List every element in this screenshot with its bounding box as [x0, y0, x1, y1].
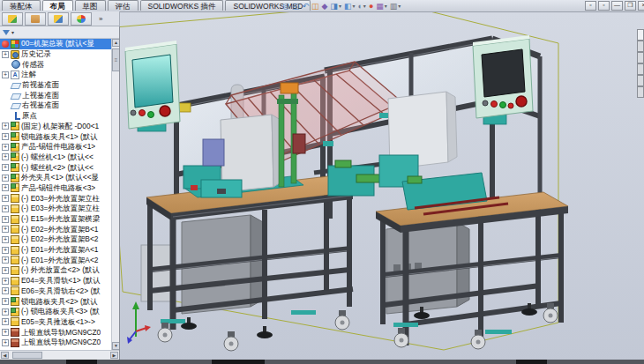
- display-style-button[interactable]: ◧▾: [344, 2, 356, 11]
- expand-toggle-icon[interactable]: +: [2, 329, 9, 336]
- tree-item-15[interactable]: +(-) E03=外壳放置架立柱: [0, 193, 111, 204]
- doc-restore-button[interactable]: ▫: [585, 1, 596, 11]
- tree-item-3[interactable]: +A注解: [0, 70, 111, 80]
- expand-toggle-icon[interactable]: +: [2, 256, 9, 264]
- expand-toggle-icon[interactable]: +: [2, 287, 9, 294]
- tree-item-20[interactable]: +(-) E01=外壳放置架A<1: [0, 245, 111, 256]
- tree-item-4[interactable]: 前视基准面: [0, 80, 111, 91]
- red-button[interactable]: [139, 110, 146, 116]
- right-hmi-panel[interactable]: [473, 35, 533, 124]
- knob[interactable]: [483, 100, 488, 106]
- tree-item-2[interactable]: 传感器: [0, 59, 111, 70]
- tree-item-14[interactable]: +产品-锡钮件电路板<3>: [0, 183, 111, 194]
- task-pane-tab-1[interactable]: [637, 41, 644, 52]
- ribbon-tab-3[interactable]: 评估: [108, 0, 139, 11]
- tree-item-19[interactable]: +(-) E02=外壳放置架B<2: [0, 234, 111, 245]
- expand-toggle-icon[interactable]: +: [2, 123, 9, 130]
- task-pane-tab-0[interactable]: [637, 29, 644, 41]
- tree-item-13[interactable]: +外壳夹具<1> (默认<<显: [0, 173, 111, 183]
- hide-show-items-button[interactable]: ◐▾: [357, 2, 365, 11]
- task-pane-tab-4[interactable]: [637, 75, 644, 86]
- expand-toggle-icon[interactable]: +: [2, 216, 9, 223]
- green-button[interactable]: [500, 102, 506, 108]
- tree-item-10[interactable]: +产品-锡钮件电路板<1>: [0, 142, 111, 152]
- expand-toggle-icon[interactable]: +: [2, 267, 9, 274]
- doc-window-button[interactable]: ▫: [598, 1, 610, 11]
- emergency-stop-button[interactable]: [516, 96, 527, 107]
- knob[interactable]: [131, 110, 136, 115]
- zoom-to-fit-button[interactable]: ◎: [282, 2, 289, 11]
- chevron-down-icon[interactable]: ▾: [385, 2, 387, 11]
- task-pane-tab-5[interactable]: [637, 86, 644, 98]
- expand-toggle-icon[interactable]: +: [2, 164, 9, 171]
- close-button[interactable]: ×: [638, 1, 644, 11]
- tree-vertical-scrollbar[interactable]: ▲ ▼: [111, 39, 119, 350]
- red-button[interactable]: [508, 103, 513, 108]
- vertical-scroll-thumb[interactable]: [112, 48, 119, 71]
- expand-toggle-icon[interactable]: +: [2, 318, 9, 325]
- tree-item-5[interactable]: 上视基准面: [0, 90, 111, 100]
- ribbon-tab-2[interactable]: 草图: [75, 0, 106, 11]
- ribbon-tab-1[interactable]: 布局: [42, 0, 73, 11]
- expand-toggle-icon[interactable]: +: [2, 175, 9, 182]
- tree-item-24[interactable]: +E06=夹具滑轨右<2> (默: [0, 286, 111, 297]
- scroll-right-button[interactable]: ▶: [110, 352, 118, 359]
- tree-item-0[interactable]: 00=机架总装 (默认<显: [0, 39, 111, 49]
- task-pane-tab-2[interactable]: [637, 52, 644, 63]
- chevron-down-icon[interactable]: ▾: [339, 2, 341, 11]
- expand-toggle-icon[interactable]: +: [2, 278, 9, 285]
- edit-appearance-button[interactable]: ●: [369, 2, 373, 11]
- expand-toggle-icon[interactable]: +: [2, 205, 9, 212]
- tree-item-28[interactable]: +上银直线导轨MGN9CZ0: [0, 327, 111, 338]
- expand-toggle-icon[interactable]: +: [2, 226, 9, 233]
- scroll-up-button[interactable]: ▲: [112, 39, 119, 47]
- annotation-view-button[interactable]: ◆: [321, 2, 327, 11]
- tree-item-6[interactable]: 右视基准面: [0, 100, 111, 111]
- red-button[interactable]: [491, 101, 498, 108]
- expand-toggle-icon[interactable]: +: [2, 339, 9, 346]
- ribbon-tab-4[interactable]: SOLIDWORKS 插件: [140, 0, 224, 11]
- chevron-down-icon[interactable]: ▾: [398, 2, 401, 11]
- tree-horizontal-scrollbar[interactable]: ◀ ▶: [0, 350, 119, 360]
- toolbar-overflow-button[interactable]: »: [99, 15, 102, 23]
- expand-toggle-icon[interactable]: +: [2, 51, 9, 58]
- section-view-button[interactable]: ◫: [311, 2, 319, 11]
- view-orientation-button[interactable]: ◨▾: [330, 2, 341, 11]
- chevron-down-icon[interactable]: ▾: [363, 2, 366, 11]
- minimize-button[interactable]: —: [611, 1, 623, 11]
- tree-item-22[interactable]: +(-) 外壳放置盒<2> (默认: [0, 265, 111, 276]
- expand-toggle-icon[interactable]: +: [2, 184, 9, 191]
- horizontal-scroll-thumb[interactable]: [12, 352, 42, 359]
- expand-toggle-icon[interactable]: +: [2, 144, 9, 151]
- expand-toggle-icon[interactable]: +: [2, 236, 9, 243]
- zoom-to-area-button[interactable]: ◱: [292, 2, 300, 11]
- apply-scene-button[interactable]: ▦▾: [376, 2, 387, 11]
- expand-toggle-icon[interactable]: +: [2, 195, 9, 202]
- tree-item-9[interactable]: +锁电路板夹具<1> (默认: [0, 131, 111, 142]
- assembly-visualization-button[interactable]: [71, 12, 92, 26]
- tree-item-7[interactable]: 原点: [0, 111, 111, 122]
- expand-toggle-icon[interactable]: +: [2, 133, 9, 140]
- green-button[interactable]: [148, 112, 154, 118]
- tree-item-25[interactable]: +锁电路板夹具<2> (默认: [0, 296, 111, 307]
- tree-item-21[interactable]: +(-) E01=外壳放置架A<2: [0, 255, 111, 265]
- view-settings-button[interactable]: ▥▾: [390, 2, 401, 11]
- previous-view-button[interactable]: ↶: [302, 2, 309, 11]
- filter-funnel-icon[interactable]: [3, 30, 10, 35]
- ribbon-tab-0[interactable]: 装配体: [2, 0, 41, 11]
- expand-toggle-icon[interactable]: +: [2, 71, 9, 78]
- restore-button[interactable]: ❐: [625, 1, 636, 11]
- tree-item-23[interactable]: +E04=夹具滑轨<1> (默认: [0, 276, 111, 286]
- insert-components-button[interactable]: [2, 12, 23, 26]
- expand-toggle-icon[interactable]: +: [2, 308, 9, 316]
- tree-item-11[interactable]: +(-) 螺丝机<1> (默认<<: [0, 152, 111, 163]
- scroll-left-button[interactable]: ◀: [1, 352, 9, 359]
- scroll-down-button[interactable]: ▼: [112, 342, 119, 350]
- expand-toggle-icon[interactable]: +: [2, 153, 9, 160]
- move-component-button[interactable]: [48, 12, 69, 26]
- filter-dropdown-icon[interactable]: ▾: [11, 29, 14, 35]
- tree-item-12[interactable]: +(-) 螺丝机<2> (默认<<: [0, 162, 111, 173]
- chevron-down-icon[interactable]: ▾: [352, 2, 355, 11]
- mate-button[interactable]: [25, 12, 46, 26]
- expand-toggle-icon[interactable]: +: [2, 247, 9, 254]
